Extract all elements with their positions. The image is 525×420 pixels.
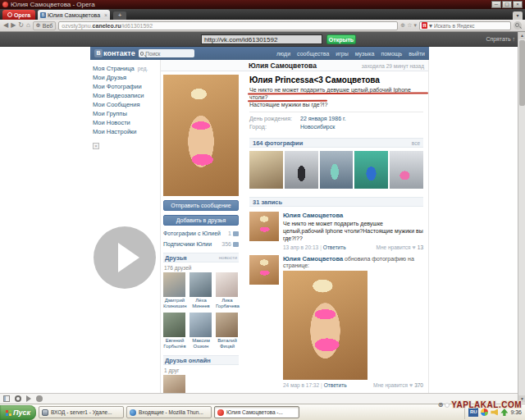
tab-list-button[interactable]: ▾ bbox=[513, 11, 523, 20]
birthday-value[interactable]: 22 января 1986 г. bbox=[300, 115, 346, 123]
nav-logout[interactable]: выйти bbox=[409, 51, 425, 57]
friend-avatar[interactable] bbox=[189, 313, 212, 337]
friend-card[interactable]: ЛёхаМинеев bbox=[189, 272, 212, 309]
taskbar-task-remote-desktop[interactable]: ВХОД - server1 - Удале... bbox=[39, 406, 124, 418]
online-friend-avatar[interactable] bbox=[163, 375, 185, 393]
reply-link[interactable]: Ответить bbox=[324, 382, 347, 388]
vk-search-input[interactable] bbox=[145, 51, 192, 57]
minimize-button[interactable]: ─ bbox=[491, 1, 501, 8]
profile-photo[interactable] bbox=[163, 75, 239, 196]
new-tab-button[interactable]: + bbox=[113, 11, 126, 20]
post-photo[interactable] bbox=[283, 271, 368, 380]
start-button[interactable]: Пуск bbox=[0, 405, 36, 420]
sidebar-item-my-page[interactable]: Моя Страницаред. bbox=[93, 64, 160, 73]
wall-count-title[interactable]: 31 запись bbox=[253, 199, 282, 206]
post-date[interactable]: 24 мар в 17:32 bbox=[283, 382, 319, 388]
nav-people[interactable]: люди bbox=[276, 51, 290, 57]
photos-count-title[interactable]: 164 фотографии bbox=[253, 139, 303, 147]
search-box[interactable]: Я ▾ bbox=[419, 21, 511, 30]
post-author-link[interactable]: Юлия Самоцветова bbox=[283, 255, 343, 262]
reply-link[interactable]: Ответить bbox=[323, 244, 346, 250]
photos-with-counter[interactable]: Фотографии с Юлией 1 bbox=[163, 231, 239, 236]
friend-card[interactable]: ЛикаГорбачева bbox=[216, 272, 239, 309]
nav-games[interactable]: игры bbox=[336, 51, 348, 57]
friend-card[interactable]: ВиталийФицай bbox=[216, 313, 239, 349]
friend-name[interactable]: ЛикаГорбачева bbox=[216, 298, 239, 309]
scroll-thumb[interactable] bbox=[519, 40, 525, 106]
friends-online-title[interactable]: Друзья онлайн bbox=[165, 357, 211, 364]
maximize-button[interactable]: ▢ bbox=[502, 1, 512, 8]
friend-card[interactable]: МаксимОшкин bbox=[189, 313, 212, 349]
friend-avatar[interactable] bbox=[163, 272, 185, 297]
friends-title[interactable]: Друзья bbox=[165, 254, 187, 262]
followers-counter[interactable]: Подписчики Юлии 356 bbox=[163, 241, 239, 247]
taskbar-task-thunderbird[interactable]: Входящие - Mozilla Thun... bbox=[126, 406, 212, 418]
friend-card[interactable]: ДмитрийКлинишин bbox=[163, 272, 186, 309]
sidebar-item-friends[interactable]: Мои Друзья bbox=[93, 73, 160, 82]
unite-icon[interactable] bbox=[36, 395, 43, 402]
photo-thumbnail[interactable] bbox=[285, 151, 318, 189]
sync-icon[interactable] bbox=[15, 395, 21, 402]
friend-name[interactable]: ДмитрийКлинишин bbox=[163, 298, 186, 309]
friend-avatar[interactable] bbox=[216, 272, 238, 297]
back-button[interactable]: ◀ bbox=[3, 21, 8, 30]
edit-link[interactable]: ред. bbox=[138, 66, 148, 71]
url-field[interactable]: ozvsty3pnu.caneleo.ru/id61301592 bbox=[58, 21, 398, 30]
antivirus-icon[interactable] bbox=[481, 409, 488, 416]
taskbar-task-opera[interactable]: Юлия Самоцветова -... bbox=[214, 406, 299, 418]
close-button[interactable]: × bbox=[513, 1, 523, 8]
vertical-scrollbar[interactable]: ▲ ▼ bbox=[518, 32, 525, 403]
web-badge[interactable]: ⊕ Веб bbox=[33, 21, 56, 30]
likes-control[interactable]: Мне нравится ♥ 370 bbox=[373, 382, 423, 388]
sidebar-item-photos[interactable]: Мои Фотографии bbox=[93, 82, 160, 91]
tab-close-icon[interactable]: × bbox=[104, 12, 107, 18]
overlay-url-input[interactable] bbox=[201, 34, 322, 44]
add-friend-button[interactable]: Добавить в друзья bbox=[163, 215, 239, 226]
nav-communities[interactable]: сообщества bbox=[297, 51, 329, 57]
opera-menu-button[interactable]: Opera bbox=[2, 10, 35, 20]
sidebar-item-videos[interactable]: Мои Видеозаписи bbox=[93, 91, 160, 100]
friends-news-link[interactable]: новости bbox=[219, 255, 237, 260]
open-button[interactable]: Открыть bbox=[326, 34, 356, 44]
magnifier-button[interactable] bbox=[514, 21, 522, 30]
sidebar-item-settings[interactable]: Мои Настройки bbox=[93, 127, 160, 136]
panels-toggle-icon[interactable] bbox=[3, 395, 10, 402]
friend-name[interactable]: ЛёхаМинеев bbox=[189, 298, 212, 309]
post-author-avatar[interactable] bbox=[249, 212, 279, 241]
photo-thumbnail[interactable] bbox=[390, 151, 423, 189]
sidebar-item-news[interactable]: Мои Новости bbox=[93, 118, 160, 127]
friend-avatar[interactable] bbox=[189, 272, 212, 297]
vk-logo[interactable]: В контакте bbox=[94, 49, 135, 57]
friend-name[interactable]: МаксимОшкин bbox=[189, 338, 212, 349]
post-date[interactable]: 13 апр в 20:13 bbox=[283, 244, 318, 250]
tab-active[interactable]: В Юлия Самоцветова × bbox=[38, 10, 110, 20]
turbo-icon[interactable] bbox=[26, 395, 31, 402]
home-button[interactable]: ⌂ bbox=[26, 21, 30, 30]
photos-with-link[interactable]: Фотографии с Юлией bbox=[163, 231, 228, 236]
play-button-overlay[interactable] bbox=[94, 226, 156, 289]
city-value[interactable]: Новосибирск bbox=[300, 123, 335, 131]
friend-name[interactable]: ЕвгенийГорбылёв bbox=[163, 338, 186, 349]
photos-all-link[interactable]: все bbox=[412, 140, 420, 146]
scroll-up-button[interactable]: ▲ bbox=[518, 32, 525, 39]
site-globe-icon[interactable]: ⊕ bbox=[400, 22, 405, 29]
friend-avatar[interactable] bbox=[163, 313, 185, 337]
photo-thumbnail[interactable] bbox=[249, 151, 283, 189]
forward-button[interactable]: ▶ bbox=[11, 21, 16, 30]
friend-card[interactable]: ЕвгенийГорбылёв bbox=[163, 313, 186, 349]
followers-link[interactable]: Подписчики Юлии bbox=[163, 241, 221, 247]
search-engine-dropdown-icon[interactable]: ▾ bbox=[429, 22, 432, 30]
send-message-button[interactable]: Отправить сообщение bbox=[163, 200, 239, 211]
post-author-avatar[interactable] bbox=[249, 255, 279, 285]
vk-search-box[interactable] bbox=[139, 49, 194, 57]
hide-link[interactable]: Спрятать ↑ bbox=[486, 36, 515, 42]
sidebar-item-messages[interactable]: Мои Сообщения bbox=[93, 100, 160, 109]
nav-music[interactable]: музыка bbox=[355, 51, 375, 57]
reload-button[interactable]: ↻ bbox=[18, 21, 24, 30]
photo-thumbnail[interactable] bbox=[354, 151, 388, 189]
ad-close-icon[interactable]: × bbox=[93, 143, 99, 149]
friend-avatar[interactable] bbox=[216, 313, 238, 337]
likes-control[interactable]: Мне нравится ♥ 13 bbox=[377, 244, 423, 250]
photo-thumbnail[interactable] bbox=[320, 151, 354, 189]
search-input[interactable] bbox=[434, 23, 509, 29]
